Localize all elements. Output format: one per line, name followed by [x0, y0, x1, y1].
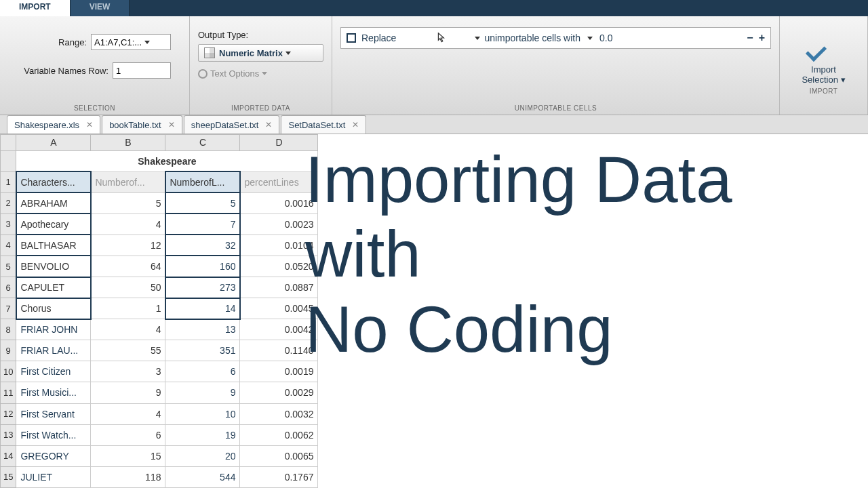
row-header[interactable]: 6 — [1, 277, 16, 298]
row-header[interactable]: 15 — [1, 466, 16, 487]
table-cell[interactable]: 1 — [91, 298, 165, 319]
chevron-down-icon — [144, 41, 150, 44]
table-cell[interactable]: First Watch... — [16, 424, 91, 445]
close-icon[interactable]: ✕ — [352, 120, 359, 129]
unimportable-value[interactable]: 0.0 — [599, 33, 640, 43]
table-cell[interactable]: BALTHASAR — [16, 235, 91, 256]
ribbon-group-selection: Range: A1:A7,C1:... Variable Names Row: … — [0, 16, 190, 115]
file-tab[interactable]: SetDataSet.txt✕ — [281, 115, 366, 134]
close-icon[interactable]: ✕ — [86, 120, 93, 129]
table-cell[interactable]: 13 — [165, 319, 240, 340]
table-cell[interactable]: FRIAR JOHN — [16, 319, 91, 340]
tab-import[interactable]: IMPORT — [0, 0, 71, 16]
table-cell[interactable]: ABRAHAM — [16, 192, 91, 214]
table-cell[interactable]: 9 — [165, 382, 240, 403]
table-cell[interactable]: 0.1767 — [240, 466, 318, 487]
variable-header[interactable]: NumberofL... — [165, 171, 240, 192]
table-cell[interactable]: 0.0062 — [240, 424, 318, 445]
unimportable-bar: Replace unimportable cells with 0.0 − + — [340, 27, 771, 49]
table-cell[interactable]: 19 — [165, 424, 240, 445]
table-cell[interactable]: 9 — [91, 382, 165, 403]
variable-header[interactable]: Characters... — [16, 171, 91, 192]
table-cell[interactable]: 20 — [165, 445, 240, 466]
table-cell[interactable]: BENVOLIO — [16, 256, 91, 277]
file-tab[interactable]: bookTable.txt✕ — [102, 115, 182, 134]
table-cell[interactable]: First Servant — [16, 403, 91, 424]
plus-button[interactable]: + — [759, 32, 765, 44]
minus-button[interactable]: − — [747, 32, 753, 44]
table-cell[interactable]: 0.0065 — [240, 445, 318, 466]
table-cell[interactable]: 3 — [91, 361, 165, 382]
column-header[interactable]: C — [165, 135, 240, 151]
table-cell[interactable]: 118 — [91, 466, 165, 487]
row-header[interactable]: 9 — [1, 340, 16, 361]
row-header[interactable]: 1 — [1, 171, 16, 192]
group-label-unimportable: UNIMPORTABLE CELLS — [340, 104, 771, 112]
table-cell[interactable]: JULIET — [16, 466, 91, 487]
output-type-dropdown[interactable]: Numeric Matrix — [198, 44, 323, 62]
group-label-selection: SELECTION — [8, 104, 181, 112]
table-cell[interactable]: 32 — [165, 235, 240, 256]
table-cell[interactable]: 6 — [165, 361, 240, 382]
table-cell[interactable]: 351 — [165, 340, 240, 361]
row-header[interactable]: 8 — [1, 319, 16, 340]
import-selection-button[interactable]: ImportSelection ▾ — [802, 39, 845, 85]
row-header[interactable]: 12 — [1, 403, 16, 424]
chevron-down-icon[interactable] — [475, 37, 480, 40]
table-cell[interactable]: First Musici... — [16, 382, 91, 403]
file-tab[interactable]: sheepDataSet.txt✕ — [184, 115, 280, 134]
row-header[interactable]: 11 — [1, 382, 16, 403]
file-tab[interactable]: Shakespeare.xls✕ — [7, 115, 100, 134]
table-cell[interactable]: 50 — [91, 277, 165, 298]
main-tabs: IMPORT VIEW — [0, 0, 868, 16]
row-header[interactable]: 10 — [1, 361, 16, 382]
varnames-input[interactable] — [113, 62, 171, 79]
row-header[interactable]: 5 — [1, 256, 16, 277]
ribbon-group-import: ImportSelection ▾ IMPORT — [780, 16, 868, 115]
matrix-icon — [204, 47, 215, 58]
row-header[interactable]: 3 — [1, 214, 16, 235]
row-header[interactable]: 7 — [1, 298, 16, 319]
table-cell[interactable]: Apothecary — [16, 214, 91, 235]
close-icon[interactable]: ✕ — [168, 120, 175, 129]
check-icon — [802, 39, 829, 60]
table-cell[interactable]: 4 — [91, 319, 165, 340]
table-cell[interactable]: 14 — [165, 298, 240, 319]
table-cell[interactable]: 5 — [91, 192, 165, 214]
row-header[interactable]: 14 — [1, 445, 16, 466]
table-cell[interactable]: 160 — [165, 256, 240, 277]
column-header[interactable]: B — [91, 135, 165, 151]
chevron-down-icon[interactable] — [587, 37, 593, 40]
variable-header[interactable]: Numberof... — [91, 171, 165, 192]
column-header[interactable]: A — [16, 135, 91, 151]
table-cell[interactable]: 5 — [165, 192, 240, 214]
row-header[interactable]: 4 — [1, 235, 16, 256]
table-cell[interactable]: GREGORY — [16, 445, 91, 466]
tab-view[interactable]: VIEW — [71, 0, 130, 16]
table-cell[interactable]: 7 — [165, 214, 240, 235]
close-icon[interactable]: ✕ — [265, 120, 272, 129]
range-input[interactable]: A1:A7,C1:... — [91, 34, 171, 50]
table-cell[interactable]: 6 — [91, 424, 165, 445]
table-cell[interactable]: 0.0029 — [240, 382, 318, 403]
table-cell[interactable]: First Citizen — [16, 361, 91, 382]
table-cell[interactable]: FRIAR LAU... — [16, 340, 91, 361]
table-cell[interactable]: 64 — [91, 256, 165, 277]
table-cell[interactable]: 10 — [165, 403, 240, 424]
table-cell[interactable]: Chorus — [16, 298, 91, 319]
replace-checkbox[interactable] — [347, 33, 356, 43]
data-table[interactable]: ABCDShakespeare1Characters...Numberof...… — [0, 134, 318, 488]
table-cell[interactable]: 0.0032 — [240, 403, 318, 424]
table-cell[interactable]: 273 — [165, 277, 240, 298]
table-cell[interactable]: 4 — [91, 214, 165, 235]
table-cell[interactable]: 15 — [91, 445, 165, 466]
row-header[interactable]: 2 — [1, 192, 16, 214]
text-options-button[interactable]: Text Options — [198, 68, 323, 79]
row-header[interactable]: 13 — [1, 424, 16, 445]
group-label-imported: IMPORTED DATA — [198, 104, 323, 112]
table-cell[interactable]: 12 — [91, 235, 165, 256]
table-cell[interactable]: 55 — [91, 340, 165, 361]
table-cell[interactable]: 4 — [91, 403, 165, 424]
table-cell[interactable]: CAPULET — [16, 277, 91, 298]
table-cell[interactable]: 544 — [165, 466, 240, 487]
